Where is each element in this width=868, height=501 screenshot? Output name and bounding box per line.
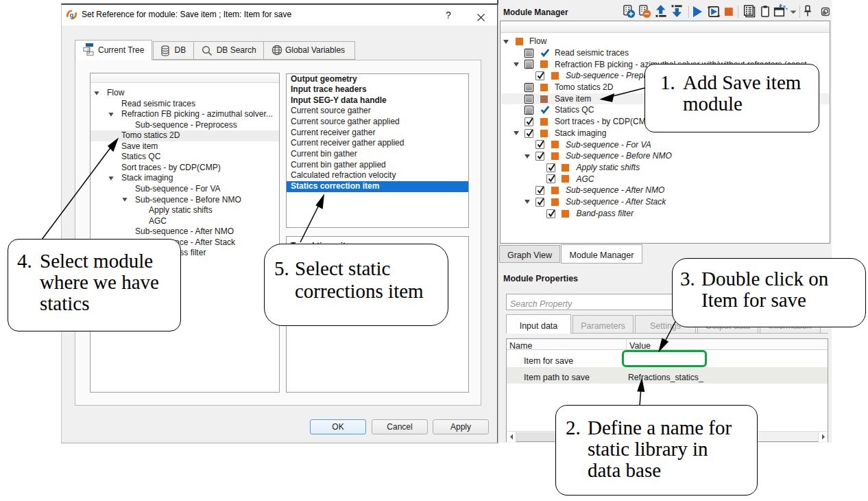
svg-text:g: g bbox=[70, 11, 74, 19]
